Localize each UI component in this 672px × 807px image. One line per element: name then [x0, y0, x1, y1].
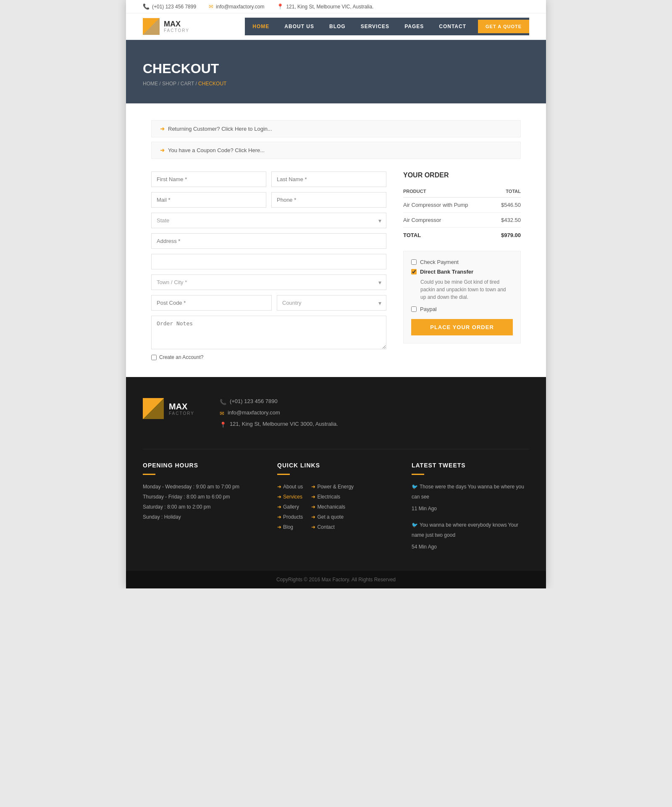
- footer-link[interactable]: ➜Mechanicals: [311, 502, 354, 512]
- tweet-time: 11 Min Ago: [412, 504, 529, 514]
- nav-services[interactable]: SERVICES: [353, 18, 397, 35]
- footer-link[interactable]: ➜Gallery: [277, 502, 303, 512]
- order-item-price: $546.50: [494, 198, 521, 213]
- nav-blog[interactable]: BLOG: [322, 18, 353, 35]
- nav-pages[interactable]: PAGES: [397, 18, 431, 35]
- state-select[interactable]: State: [151, 213, 386, 228]
- email-input[interactable]: [151, 192, 266, 208]
- address2-input[interactable]: [151, 254, 386, 269]
- logo-text: MAX FACTORY: [164, 20, 189, 33]
- footer-links: QUICK LINKS ➜About us➜Services➜Gallery➜P…: [277, 462, 395, 558]
- footer-contact: 📞 (+01) 123 456 7890 ✉ info@maxfactory.c…: [220, 398, 338, 432]
- tweet-item: 🐦You wanna be where everybody knows Your…: [412, 520, 529, 552]
- arrow-icon: ➜: [311, 494, 315, 500]
- paypal-input[interactable]: [411, 306, 417, 312]
- payment-paypal: Paypal: [411, 306, 513, 312]
- email-icon: ✉: [209, 3, 213, 10]
- footer-location-icon: 📍: [220, 422, 226, 428]
- create-account-checkbox[interactable]: Create an Account?: [151, 354, 386, 360]
- last-name-input[interactable]: [271, 171, 386, 187]
- footer-link[interactable]: ➜Contact: [311, 522, 354, 532]
- arrow-icon: ➜: [311, 484, 315, 490]
- footer-link[interactable]: ➜Blog: [277, 522, 303, 532]
- order-item-name: Air Compressor with Pump: [403, 198, 494, 213]
- country-select[interactable]: Country: [277, 295, 386, 311]
- address-input[interactable]: [151, 233, 386, 249]
- bank-transfer-input[interactable]: [411, 269, 417, 274]
- logo-icon: [143, 18, 160, 35]
- phone-icon: 📞: [143, 3, 150, 10]
- payment-section: Check Payment Direct Bank Transfer Could…: [403, 251, 521, 343]
- hours-item: Monday - Wednesday : 9:00 am to 7:00 pm: [143, 482, 260, 492]
- checkout-form: State Town / City *: [151, 171, 386, 360]
- page-hero: CHECKOUT HOME / SHOP / CART / CHECKOUT: [126, 40, 546, 103]
- twitter-icon: 🐦: [412, 522, 418, 528]
- twitter-icon: 🐦: [412, 484, 418, 490]
- arrow-icon: ➜: [277, 494, 281, 500]
- nav-quote[interactable]: GET A QUOTE: [478, 20, 529, 33]
- hours-underline: [143, 474, 155, 475]
- state-row: State: [151, 213, 386, 228]
- arrow-icon: ➜: [311, 504, 315, 510]
- main-content: ➜ Returning Customer? Click Here to Logi…: [134, 103, 538, 377]
- footer-copyright: CopyRights © 2016 Max Factory. All Right…: [126, 571, 546, 588]
- footer-logo-icon: [143, 398, 164, 419]
- check-payment-input[interactable]: [411, 259, 417, 265]
- arrow-icon-2: ➜: [160, 147, 165, 153]
- order-table: PRODUCT TOTAL Air Compressor with Pump$5…: [403, 185, 521, 243]
- checkout-layout: State Town / City *: [151, 171, 521, 360]
- footer-link[interactable]: ➜About us: [277, 482, 303, 492]
- footer-link[interactable]: ➜Power & Energy: [311, 482, 354, 492]
- footer-logo: MAX FACTORY: [143, 398, 194, 419]
- order-item-row: Air Compressor with Pump$546.50: [403, 198, 521, 213]
- footer-brand: MAX FACTORY: [143, 398, 194, 432]
- top-bar: 📞 (+01) 123 456 7899 ✉ info@maxfactory.c…: [126, 0, 546, 13]
- notes-input[interactable]: [151, 316, 386, 349]
- footer: MAX FACTORY 📞 (+01) 123 456 7890 ✉ info@…: [126, 377, 546, 571]
- arrow-icon: ➜: [277, 514, 281, 520]
- name-row: [151, 171, 386, 187]
- footer-link[interactable]: ➜Get a quote: [311, 512, 354, 522]
- payment-check: Check Payment: [411, 259, 513, 265]
- hours-item: Saturday : 8:00 am to 2:00 pm: [143, 502, 260, 512]
- footer-bottom: OPENING HOURS Monday - Wednesday : 9:00 …: [143, 449, 529, 558]
- town-select[interactable]: Town / City *: [151, 274, 386, 290]
- phone-input[interactable]: [271, 192, 386, 208]
- footer-address: 📍 121, King St, Melbourne VIC 3000, Aust…: [220, 421, 338, 428]
- col-total: TOTAL: [494, 185, 521, 198]
- first-name-input[interactable]: [151, 171, 266, 187]
- arrow-icon: ➜: [277, 524, 281, 530]
- logo: MAX FACTORY: [143, 18, 189, 35]
- footer-link[interactable]: ➜Services: [277, 492, 303, 502]
- arrow-icon: ➜: [277, 484, 281, 490]
- topbar-email: ✉ info@maxfactory.com: [209, 3, 264, 10]
- topbar-address: 📍 121, King St, Melbourne VIC, Australia…: [277, 3, 373, 10]
- tweet-time: 54 Min Ago: [412, 542, 529, 552]
- create-account-check[interactable]: [151, 355, 157, 360]
- coupon-notice[interactable]: ➜ You have a Coupon Code? Click Here...: [151, 142, 521, 159]
- order-item-price: $432.50: [494, 213, 521, 228]
- address2-row: [151, 254, 386, 269]
- footer-hours: OPENING HOURS Monday - Wednesday : 9:00 …: [143, 462, 260, 558]
- login-notice[interactable]: ➜ Returning Customer? Click Here to Logi…: [151, 120, 521, 137]
- footer-link[interactable]: ➜Electricals: [311, 492, 354, 502]
- nav-home[interactable]: HOME: [245, 18, 277, 35]
- arrow-icon: ➜: [311, 524, 315, 530]
- header: MAX FACTORY HOME ABOUT US BLOG SERVICES …: [126, 13, 546, 40]
- total-label: TOTAL: [403, 228, 494, 243]
- footer-link[interactable]: ➜Products: [277, 512, 303, 522]
- nav-contact[interactable]: CONTACT: [431, 18, 474, 35]
- nav-about[interactable]: ABOUT US: [277, 18, 322, 35]
- topbar-phone: 📞 (+01) 123 456 7899: [143, 3, 196, 10]
- order-item-name: Air Compressor: [403, 213, 494, 228]
- footer-top: MAX FACTORY 📞 (+01) 123 456 7890 ✉ info@…: [143, 398, 529, 432]
- create-account-label: Create an Account?: [159, 354, 203, 360]
- state-wrapper: State: [151, 213, 386, 228]
- footer-email: ✉ info@maxfactory.com: [220, 409, 338, 417]
- postcode-input[interactable]: [151, 295, 272, 311]
- footer-phone: 📞 (+01) 123 456 7890: [220, 398, 338, 405]
- place-order-button[interactable]: PLACE YOUR ORDER: [411, 319, 513, 335]
- footer-phone-icon: 📞: [220, 399, 226, 405]
- town-row: Town / City *: [151, 274, 386, 290]
- footer-tweets: LATEST TWEETS 🐦Those were the days You w…: [412, 462, 529, 558]
